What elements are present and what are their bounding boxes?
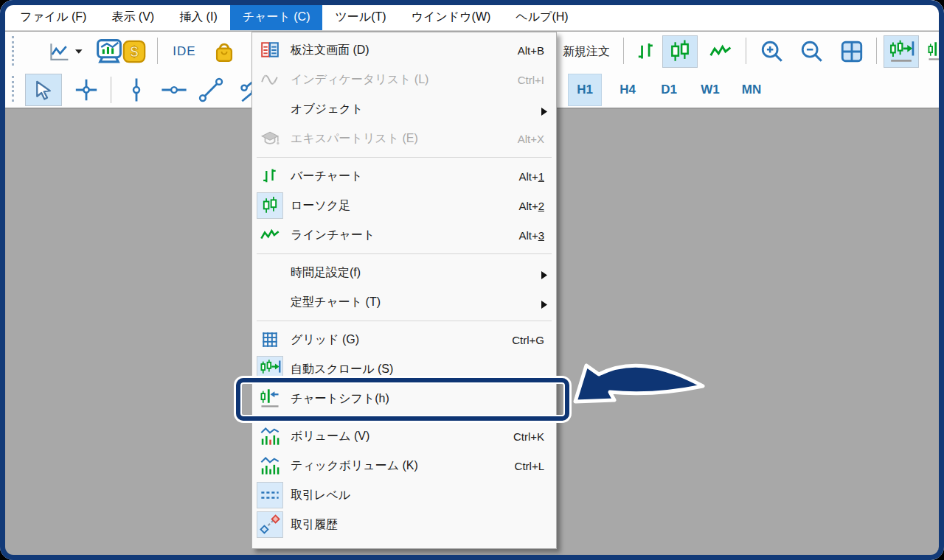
trade-levels-icon: [260, 486, 280, 504]
toolbar-separator: [876, 38, 877, 64]
mt5-window: ファイル (F) 表示 (V) 挿入 (I) チャート (C) ツール(T) ウ…: [0, 0, 944, 560]
menu-item-bar-chart[interactable]: バーチャート Alt+1: [252, 161, 556, 191]
tick-volume-icon: [260, 455, 280, 476]
crosshair-button[interactable]: [71, 76, 102, 104]
submenu-arrow-icon: [541, 301, 547, 309]
toolbar-separator: [157, 38, 158, 64]
menu-item-trade-history[interactable]: 取引履歴: [252, 510, 556, 539]
timeframe-h1[interactable]: H1: [568, 74, 602, 106]
menu-help[interactable]: ヘルプ(H): [503, 4, 580, 30]
new-order-label: 新規注文: [563, 44, 610, 60]
menu-item-trade-levels[interactable]: 取引レベル: [252, 480, 556, 510]
timeframe-mn[interactable]: MN: [735, 74, 768, 106]
submenu-arrow-icon: [541, 108, 547, 116]
line-chart-icon: [709, 42, 732, 61]
menu-separator: [257, 417, 552, 418]
tile-windows-icon: [839, 39, 864, 64]
grid-icon: [260, 330, 280, 349]
tile-windows-button[interactable]: [836, 38, 867, 66]
menu-item-chart-shift[interactable]: チャートシフト(h): [252, 384, 556, 413]
new-order-button[interactable]: 新規注文: [551, 41, 622, 63]
candlestick-icon: [668, 39, 692, 64]
timeframe-h4[interactable]: H4: [611, 74, 645, 106]
toolbar-separator: [746, 38, 746, 64]
menu-separator: [257, 253, 552, 254]
trendline-icon: [198, 77, 224, 103]
market-button[interactable]: [209, 37, 239, 66]
menu-item-objects[interactable]: オブジェクト: [252, 94, 556, 124]
menu-item-chart-templates[interactable]: 定型チャート (T): [252, 287, 556, 317]
volume-icon: [260, 426, 280, 447]
menu-item-grid[interactable]: グリッド (G) Ctrl+G: [252, 325, 556, 354]
menu-item-candlestick[interactable]: ローソク足 Alt+2: [252, 191, 556, 220]
chevron-down-icon: [75, 49, 83, 54]
menu-item-tick-volume[interactable]: ティックボリューム (K) Ctrl+L: [252, 451, 556, 480]
cursor-icon: [32, 79, 55, 101]
menu-window[interactable]: ウインドウ(W): [399, 4, 504, 30]
bar-chart-button[interactable]: [631, 38, 661, 65]
chart-type-button[interactable]: [47, 38, 83, 65]
toolbar-separator: [623, 38, 624, 64]
menu-charts[interactable]: チャート (C): [230, 4, 323, 30]
ide-button[interactable]: IDE: [165, 39, 204, 64]
timeframe-w1[interactable]: W1: [693, 74, 727, 106]
menu-separator: [257, 321, 552, 321]
auto-scroll-icon: [888, 38, 914, 65]
vertical-line-button[interactable]: [122, 76, 150, 104]
candlestick-chart-button[interactable]: [662, 35, 698, 68]
auto-scroll-icon: [259, 358, 281, 380]
menu-file[interactable]: ファイル (F): [7, 4, 99, 30]
toolbar-grip[interactable]: [12, 36, 14, 66]
menu-separator: [257, 157, 552, 158]
submenu-arrow-icon: [541, 271, 547, 279]
zoom-in-icon: [760, 39, 785, 64]
toolbar-grip[interactable]: [12, 76, 14, 102]
horizontal-line-icon: [161, 79, 187, 101]
timeframe-d1[interactable]: D1: [652, 74, 686, 106]
horizontal-line-button[interactable]: [158, 76, 190, 104]
menu-bar: ファイル (F) 表示 (V) 挿入 (I) チャート (C) ツール(T) ウ…: [0, 0, 944, 31]
trendline-button[interactable]: [195, 74, 227, 105]
screenshot-stage: ファイル (F) 表示 (V) 挿入 (I) チャート (C) ツール(T) ウ…: [0, 0, 944, 560]
menu-item-indicator-list[interactable]: インディケータリスト (L) Ctrl+I: [252, 65, 556, 94]
indicator-list-icon: [260, 71, 280, 88]
bar-chart-icon: [635, 41, 657, 63]
zoom-in-button[interactable]: [757, 38, 788, 66]
menu-item-volume[interactable]: ボリューム (V) Ctrl+K: [252, 421, 556, 451]
quotes-button[interactable]: $: [119, 38, 149, 66]
dom-icon: [260, 41, 280, 60]
line-chart-button[interactable]: [705, 38, 736, 65]
menu-item-auto-scroll[interactable]: 自動スクロール (S): [252, 354, 556, 384]
menu-item-line-chart[interactable]: ラインチャート Alt+3: [252, 220, 556, 250]
dollar-icon: $: [122, 39, 147, 64]
chart-shift-icon: [926, 38, 944, 65]
zoom-out-icon: [799, 39, 825, 64]
trade-history-icon: [260, 514, 280, 535]
menu-insert[interactable]: 挿入 (I): [167, 4, 230, 30]
chart-line-icon: [47, 41, 71, 63]
auto-scroll-button[interactable]: [884, 35, 919, 68]
menu-item-dom-panel[interactable]: 板注文画面 (D) Alt+B: [252, 35, 556, 65]
shopping-bag-icon: [212, 39, 237, 64]
vertical-line-icon: [125, 77, 148, 102]
chart-menu-popup: 板注文画面 (D) Alt+B インディケータリスト (L) Ctrl+I オブ…: [251, 32, 557, 549]
chart-shift-icon: [259, 388, 281, 410]
expert-list-icon: [260, 130, 280, 147]
line-chart-icon: [260, 227, 280, 243]
menu-view[interactable]: 表示 (V): [99, 4, 167, 30]
candlestick-icon: [261, 195, 279, 216]
menu-item-expert-list[interactable]: エキスパートリスト (E) Alt+X: [252, 124, 556, 153]
chart-shift-button[interactable]: [926, 35, 944, 68]
menu-item-timeframe-settings[interactable]: 時間足設定(f): [252, 258, 556, 287]
zoom-out-button[interactable]: [796, 38, 827, 66]
menu-tools[interactable]: ツール(T): [322, 4, 398, 30]
svg-text:$: $: [130, 43, 138, 60]
cursor-button[interactable]: [25, 74, 62, 106]
toolbar-separator: [111, 77, 111, 103]
crosshair-icon: [74, 77, 99, 102]
bar-chart-icon: [260, 167, 280, 186]
ide-label: IDE: [173, 44, 195, 59]
